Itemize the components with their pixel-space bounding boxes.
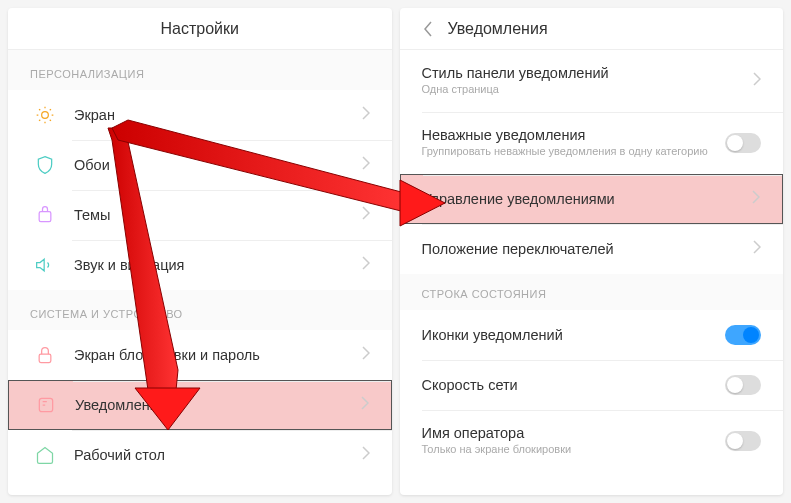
row-themes[interactable]: Темы: [8, 190, 392, 240]
svg-rect-1: [39, 212, 51, 222]
row-label: Неважные уведомления: [422, 127, 726, 143]
toggle-net-speed[interactable]: [725, 375, 761, 395]
row-label: Стиль панели уведомлений: [422, 65, 754, 81]
notifications-panel: Уведомления Стиль панели уведомлений Одн…: [400, 8, 784, 495]
section-system: СИСТЕМА И УСТРОЙСТВО: [8, 290, 392, 330]
row-panel-style[interactable]: Стиль панели уведомлений Одна страница: [400, 50, 784, 112]
shield-icon: [30, 150, 60, 180]
row-label: Экран блокировки и пароль: [74, 347, 362, 363]
speaker-icon: [30, 250, 60, 280]
row-manage-notifications[interactable]: Управление уведомлениями: [400, 174, 784, 224]
notifications-title: Уведомления: [448, 20, 548, 38]
row-wallpaper[interactable]: Обои: [8, 140, 392, 190]
row-sublabel: Одна страница: [422, 83, 754, 96]
settings-panel: Настройки ПЕРСОНАЛИЗАЦИЯ Экран Обои Темы…: [8, 8, 392, 495]
row-screen[interactable]: Экран: [8, 90, 392, 140]
chevron-right-icon: [752, 190, 760, 208]
toggle-carrier[interactable]: [725, 431, 761, 451]
row-label: Темы: [74, 207, 362, 223]
chevron-right-icon: [362, 346, 370, 364]
row-sound[interactable]: Звук и вибрация: [8, 240, 392, 290]
row-carrier[interactable]: Имя оператора Только на экране блокировк…: [400, 410, 784, 472]
notifications-header: Уведомления: [400, 8, 784, 50]
section-personalization: ПЕРСОНАЛИЗАЦИЯ: [8, 50, 392, 90]
toggle-unimportant[interactable]: [725, 133, 761, 153]
row-lockscreen[interactable]: Экран блокировки и пароль: [8, 330, 392, 380]
theme-icon: [30, 200, 60, 230]
row-notif-icons[interactable]: Иконки уведомлений: [400, 310, 784, 360]
row-label: Скорость сети: [422, 377, 726, 393]
section-statusbar: СТРОКА СОСТОЯНИЯ: [400, 274, 784, 310]
sun-icon: [30, 100, 60, 130]
row-sublabel: Только на экране блокировки: [422, 443, 726, 456]
notification-icon: [31, 390, 61, 420]
row-unimportant[interactable]: Неважные уведомления Группировать неважн…: [400, 112, 784, 174]
svg-rect-3: [39, 398, 52, 411]
row-label: Положение переключателей: [422, 241, 754, 257]
row-label: Рабочий стол: [74, 447, 362, 463]
row-label: Уведомления: [75, 397, 361, 413]
row-switch-position[interactable]: Положение переключателей: [400, 224, 784, 274]
row-label: Экран: [74, 107, 362, 123]
back-button[interactable]: [414, 15, 442, 43]
row-notifications[interactable]: Уведомления: [8, 380, 392, 430]
chevron-right-icon: [753, 72, 761, 90]
chevron-right-icon: [362, 446, 370, 464]
svg-point-0: [42, 112, 49, 119]
chevron-right-icon: [362, 106, 370, 124]
settings-title: Настройки: [161, 20, 239, 38]
svg-rect-2: [39, 354, 51, 362]
row-label: Имя оператора: [422, 425, 726, 441]
home-icon: [30, 440, 60, 470]
row-net-speed[interactable]: Скорость сети: [400, 360, 784, 410]
chevron-right-icon: [753, 240, 761, 258]
settings-header: Настройки: [8, 8, 392, 50]
row-desktop[interactable]: Рабочий стол: [8, 430, 392, 480]
chevron-right-icon: [362, 156, 370, 174]
chevron-right-icon: [362, 256, 370, 274]
lock-icon: [30, 340, 60, 370]
chevron-right-icon: [362, 206, 370, 224]
row-label: Управление уведомлениями: [423, 191, 753, 207]
row-label: Иконки уведомлений: [422, 327, 726, 343]
row-label: Звук и вибрация: [74, 257, 362, 273]
chevron-right-icon: [361, 396, 369, 414]
row-label: Обои: [74, 157, 362, 173]
toggle-notif-icons[interactable]: [725, 325, 761, 345]
row-sublabel: Группировать неважные уведомления в одну…: [422, 145, 726, 158]
